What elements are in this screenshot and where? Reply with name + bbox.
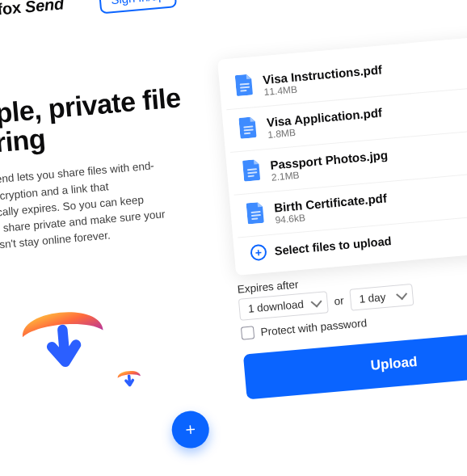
downloads-select-value: 1 download — [247, 298, 304, 315]
umbrella-icon — [11, 285, 116, 390]
hero-title: Simple, private file sharing — [0, 82, 192, 161]
brand-product: Firefox — [0, 0, 22, 21]
password-checkbox[interactable] — [241, 326, 255, 339]
time-select-value: 1 day — [359, 291, 386, 305]
brand-text: Firefox Send — [247, 0, 374, 1]
brand-text: Firefox Send — [0, 0, 65, 22]
umbrella-icon — [114, 363, 144, 393]
document-icon — [235, 74, 255, 99]
intro-panel: Firefox Send Sign in/up Simple, private … — [0, 0, 219, 474]
upload-button[interactable]: Upload — [243, 328, 467, 399]
umbrella-icon — [0, 326, 4, 374]
firefox-send-logo-icon — [213, 0, 243, 5]
expires-after-label: Expires after — [237, 278, 299, 296]
downloads-select[interactable]: 1 download — [238, 291, 329, 320]
plus-icon — [183, 421, 199, 437]
upload-panel: Firefox Send Sign Visa Instructions.pdf … — [209, 0, 467, 451]
add-files-label: Select files to upload — [274, 234, 392, 258]
add-file-fab[interactable] — [170, 409, 211, 449]
sign-in-button[interactable]: Sign in/up — [99, 0, 177, 14]
file-list: Visa Instructions.pdf 11.4MB Visa Applic… — [223, 42, 467, 237]
brand: Firefox Send — [0, 0, 65, 25]
hero-description: Firefox Send lets you share files with e… — [0, 158, 168, 258]
brand: Firefox Send — [213, 0, 374, 5]
brand-suffix: Send — [24, 0, 65, 15]
hero-illustration — [0, 276, 219, 474]
protect-password-label: Protect with password — [260, 317, 368, 338]
header-left: Firefox Send Sign in/up — [0, 0, 182, 48]
upload-card: Visa Instructions.pdf 11.4MB Visa Applic… — [217, 34, 467, 276]
document-icon — [242, 159, 263, 185]
time-select[interactable]: 1 day — [349, 284, 414, 311]
document-icon — [238, 116, 259, 142]
plus-circle-icon: + — [250, 244, 267, 262]
document-icon — [246, 202, 267, 228]
header-right: Firefox Send Sign — [209, 0, 467, 24]
or-label: or — [334, 294, 344, 307]
